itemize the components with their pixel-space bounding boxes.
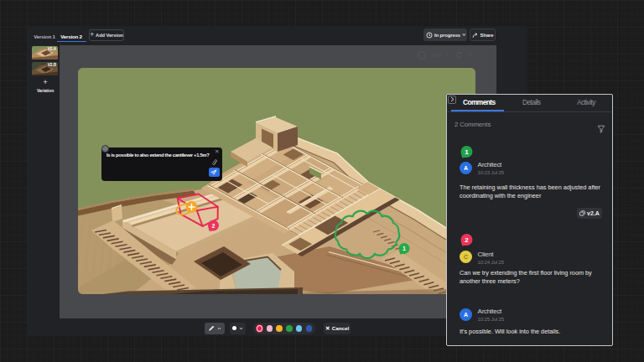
svg-text:2: 2 — [212, 223, 216, 229]
svg-text:2: 2 — [465, 235, 469, 243]
svg-text:1: 1 — [402, 246, 406, 251]
svg-text:1: 1 — [465, 148, 469, 156]
